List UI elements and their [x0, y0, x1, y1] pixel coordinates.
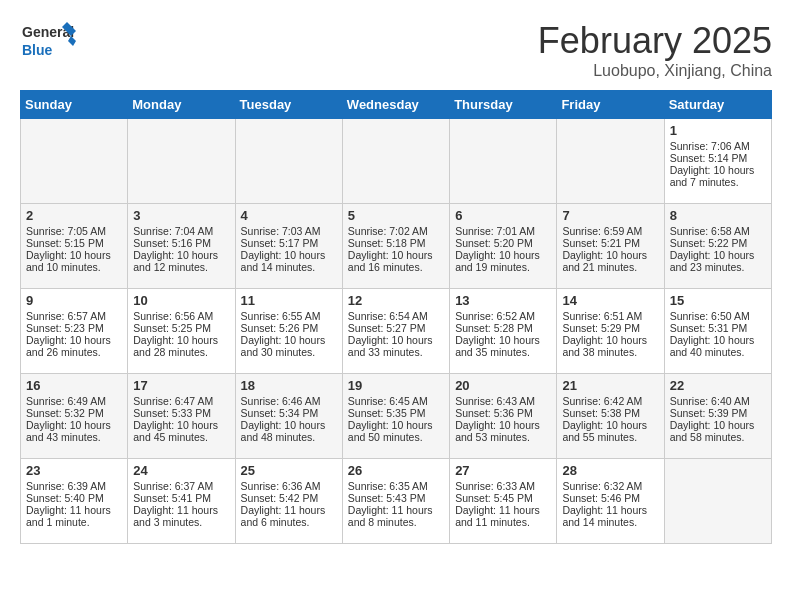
- calendar-header-saturday: Saturday: [664, 91, 771, 119]
- calendar-cell: 24Sunrise: 6:37 AMSunset: 5:41 PMDayligh…: [128, 459, 235, 544]
- sunrise-text: Sunrise: 6:59 AM: [562, 225, 642, 237]
- sunset-text: Sunset: 5:14 PM: [670, 152, 748, 164]
- day-number: 26: [348, 463, 444, 478]
- calendar-cell: [235, 119, 342, 204]
- daylight-text: Daylight: 11 hours and 6 minutes.: [241, 504, 326, 528]
- sunrise-text: Sunrise: 7:06 AM: [670, 140, 750, 152]
- day-number: 22: [670, 378, 766, 393]
- sunset-text: Sunset: 5:31 PM: [670, 322, 748, 334]
- day-number: 2: [26, 208, 122, 223]
- title-block: February 2025 Luobupo, Xinjiang, China: [538, 20, 772, 80]
- sunrise-text: Sunrise: 6:43 AM: [455, 395, 535, 407]
- sunset-text: Sunset: 5:21 PM: [562, 237, 640, 249]
- calendar-cell: 13Sunrise: 6:52 AMSunset: 5:28 PMDayligh…: [450, 289, 557, 374]
- daylight-text: Daylight: 11 hours and 1 minute.: [26, 504, 111, 528]
- calendar-cell: 15Sunrise: 6:50 AMSunset: 5:31 PMDayligh…: [664, 289, 771, 374]
- calendar-cell: [128, 119, 235, 204]
- calendar-cell: 17Sunrise: 6:47 AMSunset: 5:33 PMDayligh…: [128, 374, 235, 459]
- sunrise-text: Sunrise: 6:57 AM: [26, 310, 106, 322]
- daylight-text: Daylight: 10 hours and 38 minutes.: [562, 334, 647, 358]
- day-number: 10: [133, 293, 229, 308]
- sunset-text: Sunset: 5:34 PM: [241, 407, 319, 419]
- sunset-text: Sunset: 5:33 PM: [133, 407, 211, 419]
- daylight-text: Daylight: 11 hours and 8 minutes.: [348, 504, 433, 528]
- calendar-header-tuesday: Tuesday: [235, 91, 342, 119]
- calendar-header-monday: Monday: [128, 91, 235, 119]
- sunset-text: Sunset: 5:43 PM: [348, 492, 426, 504]
- sunset-text: Sunset: 5:23 PM: [26, 322, 104, 334]
- sunrise-text: Sunrise: 7:05 AM: [26, 225, 106, 237]
- sunrise-text: Sunrise: 6:58 AM: [670, 225, 750, 237]
- calendar-header-thursday: Thursday: [450, 91, 557, 119]
- month-title: February 2025: [538, 20, 772, 62]
- calendar-cell: [342, 119, 449, 204]
- calendar-week-3: 9Sunrise: 6:57 AMSunset: 5:23 PMDaylight…: [21, 289, 772, 374]
- sunset-text: Sunset: 5:39 PM: [670, 407, 748, 419]
- day-number: 15: [670, 293, 766, 308]
- calendar-cell: 22Sunrise: 6:40 AMSunset: 5:39 PMDayligh…: [664, 374, 771, 459]
- header: GeneralBlue February 2025 Luobupo, Xinji…: [20, 20, 772, 80]
- sunrise-text: Sunrise: 7:01 AM: [455, 225, 535, 237]
- calendar-cell: [450, 119, 557, 204]
- day-number: 27: [455, 463, 551, 478]
- daylight-text: Daylight: 10 hours and 58 minutes.: [670, 419, 755, 443]
- calendar-cell: 6Sunrise: 7:01 AMSunset: 5:20 PMDaylight…: [450, 204, 557, 289]
- calendar-cell: 3Sunrise: 7:04 AMSunset: 5:16 PMDaylight…: [128, 204, 235, 289]
- daylight-text: Daylight: 10 hours and 16 minutes.: [348, 249, 433, 273]
- daylight-text: Daylight: 10 hours and 7 minutes.: [670, 164, 755, 188]
- logo-svg: GeneralBlue: [20, 20, 80, 60]
- day-number: 23: [26, 463, 122, 478]
- daylight-text: Daylight: 10 hours and 19 minutes.: [455, 249, 540, 273]
- sunrise-text: Sunrise: 6:45 AM: [348, 395, 428, 407]
- calendar-cell: 9Sunrise: 6:57 AMSunset: 5:23 PMDaylight…: [21, 289, 128, 374]
- sunrise-text: Sunrise: 6:47 AM: [133, 395, 213, 407]
- sunrise-text: Sunrise: 6:56 AM: [133, 310, 213, 322]
- day-number: 25: [241, 463, 337, 478]
- calendar-cell: 20Sunrise: 6:43 AMSunset: 5:36 PMDayligh…: [450, 374, 557, 459]
- sunset-text: Sunset: 5:26 PM: [241, 322, 319, 334]
- sunrise-text: Sunrise: 7:04 AM: [133, 225, 213, 237]
- daylight-text: Daylight: 11 hours and 3 minutes.: [133, 504, 218, 528]
- sunrise-text: Sunrise: 6:32 AM: [562, 480, 642, 492]
- day-number: 13: [455, 293, 551, 308]
- calendar-cell: 8Sunrise: 6:58 AMSunset: 5:22 PMDaylight…: [664, 204, 771, 289]
- daylight-text: Daylight: 10 hours and 14 minutes.: [241, 249, 326, 273]
- day-number: 1: [670, 123, 766, 138]
- calendar-cell: [21, 119, 128, 204]
- calendar-cell: 19Sunrise: 6:45 AMSunset: 5:35 PMDayligh…: [342, 374, 449, 459]
- calendar-header-sunday: Sunday: [21, 91, 128, 119]
- calendar-week-1: 1Sunrise: 7:06 AMSunset: 5:14 PMDaylight…: [21, 119, 772, 204]
- daylight-text: Daylight: 10 hours and 12 minutes.: [133, 249, 218, 273]
- calendar-cell: [557, 119, 664, 204]
- sunrise-text: Sunrise: 6:33 AM: [455, 480, 535, 492]
- calendar-cell: 11Sunrise: 6:55 AMSunset: 5:26 PMDayligh…: [235, 289, 342, 374]
- sunset-text: Sunset: 5:17 PM: [241, 237, 319, 249]
- sunrise-text: Sunrise: 6:39 AM: [26, 480, 106, 492]
- sunset-text: Sunset: 5:40 PM: [26, 492, 104, 504]
- daylight-text: Daylight: 10 hours and 45 minutes.: [133, 419, 218, 443]
- sunset-text: Sunset: 5:20 PM: [455, 237, 533, 249]
- calendar-cell: 4Sunrise: 7:03 AMSunset: 5:17 PMDaylight…: [235, 204, 342, 289]
- sunset-text: Sunset: 5:45 PM: [455, 492, 533, 504]
- calendar-header-friday: Friday: [557, 91, 664, 119]
- calendar-cell: 28Sunrise: 6:32 AMSunset: 5:46 PMDayligh…: [557, 459, 664, 544]
- daylight-text: Daylight: 10 hours and 35 minutes.: [455, 334, 540, 358]
- day-number: 9: [26, 293, 122, 308]
- calendar-cell: 10Sunrise: 6:56 AMSunset: 5:25 PMDayligh…: [128, 289, 235, 374]
- day-number: 24: [133, 463, 229, 478]
- sunrise-text: Sunrise: 6:50 AM: [670, 310, 750, 322]
- daylight-text: Daylight: 11 hours and 11 minutes.: [455, 504, 540, 528]
- day-number: 14: [562, 293, 658, 308]
- daylight-text: Daylight: 10 hours and 21 minutes.: [562, 249, 647, 273]
- day-number: 3: [133, 208, 229, 223]
- daylight-text: Daylight: 10 hours and 53 minutes.: [455, 419, 540, 443]
- sunset-text: Sunset: 5:18 PM: [348, 237, 426, 249]
- calendar-cell: [664, 459, 771, 544]
- daylight-text: Daylight: 10 hours and 33 minutes.: [348, 334, 433, 358]
- day-number: 6: [455, 208, 551, 223]
- daylight-text: Daylight: 10 hours and 28 minutes.: [133, 334, 218, 358]
- day-number: 17: [133, 378, 229, 393]
- daylight-text: Daylight: 11 hours and 14 minutes.: [562, 504, 647, 528]
- calendar-cell: 21Sunrise: 6:42 AMSunset: 5:38 PMDayligh…: [557, 374, 664, 459]
- sunrise-text: Sunrise: 6:52 AM: [455, 310, 535, 322]
